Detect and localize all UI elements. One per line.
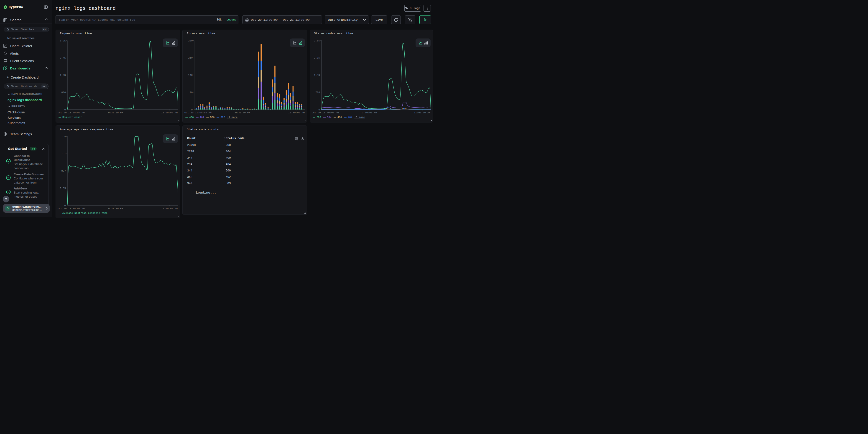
svg-text:2.4K: 2.4K — [60, 57, 66, 59]
svg-text:1.4K: 1.4K — [314, 74, 320, 76]
svg-text:280: 280 — [188, 39, 193, 42]
svg-text:Oct 20 11:00:00 AM: Oct 20 11:00:00 AM — [312, 111, 339, 114]
svg-text:0: 0 — [64, 204, 66, 207]
svg-text:9:30:00 PM: 9:30:00 PM — [235, 111, 250, 114]
svg-text:1.4: 1.4 — [61, 135, 66, 138]
svg-text:0: 0 — [318, 108, 320, 111]
svg-text:11:00:00 AM: 11:00:00 AM — [414, 111, 430, 114]
svg-text:10:30:00 AM: 10:30:00 AM — [288, 111, 305, 114]
svg-text:1.1: 1.1 — [61, 152, 66, 155]
svg-text:1.6K: 1.6K — [60, 74, 66, 76]
svg-text:2.1K: 2.1K — [314, 57, 320, 59]
svg-text:140: 140 — [188, 74, 193, 76]
svg-text:Oct 20 11:00:00 AM: Oct 20 11:00:00 AM — [184, 111, 212, 114]
svg-text:800: 800 — [61, 91, 66, 94]
svg-text:0.35: 0.35 — [60, 187, 66, 190]
svg-text:Oct 20 11:00:00 AM: Oct 20 11:00:00 AM — [58, 207, 85, 210]
svg-text:9:30:00 PM: 9:30:00 PM — [362, 111, 377, 114]
svg-text:9:30:00 PM: 9:30:00 PM — [108, 207, 123, 210]
svg-text:210: 210 — [188, 57, 193, 59]
svg-text:11:00:00 AM: 11:00:00 AM — [161, 207, 178, 210]
svg-text:Oct 20 11:00:00 AM: Oct 20 11:00:00 AM — [58, 111, 85, 114]
svg-text:3.2K: 3.2K — [60, 39, 66, 42]
svg-text:11:00:00 AM: 11:00:00 AM — [161, 111, 178, 114]
svg-text:9:30:00 PM: 9:30:00 PM — [108, 111, 123, 114]
svg-text:0.7: 0.7 — [61, 169, 66, 173]
svg-text:700: 700 — [315, 91, 320, 94]
svg-text:2.8K: 2.8K — [314, 39, 320, 42]
svg-text:0: 0 — [64, 108, 66, 111]
svg-text:70: 70 — [190, 91, 193, 94]
svg-text:0: 0 — [191, 108, 193, 111]
